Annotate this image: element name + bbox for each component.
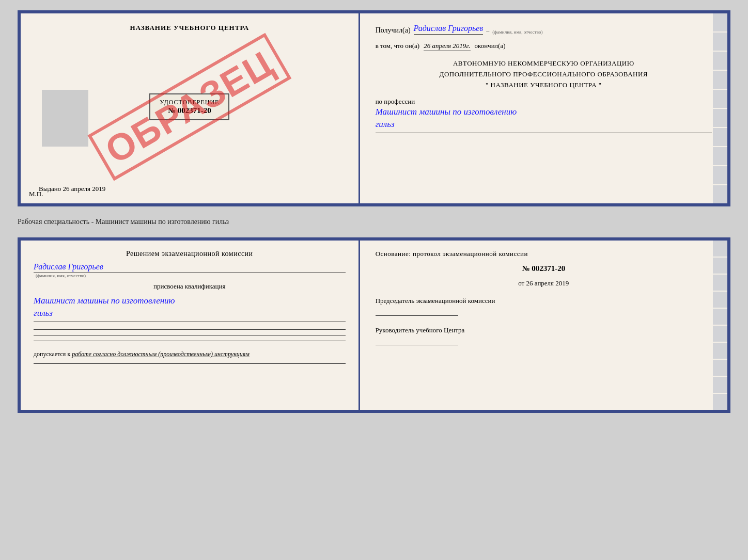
po-professii-label: по профессии (376, 98, 712, 106)
poluchil-label: Получил(а) (376, 26, 411, 35)
strip-b1 (713, 241, 727, 257)
school-name-top: НАЗВАНИЕ УЧЕБНОГО ЦЕНТРА (130, 24, 250, 32)
strip-b9 (713, 377, 727, 393)
udostoverenie-title: УДОСТОВЕРЕНИЕ (160, 99, 219, 106)
dopuskaetsya-underline (34, 363, 346, 364)
poluchil-line: Получил(а) Радислав Григорьев – (фамилия… (376, 24, 712, 35)
dopuskaetsya-line: допускается к работе согласно должностны… (34, 350, 346, 358)
line-2 (34, 335, 346, 335)
strip-1 (713, 13, 727, 31)
komissia-fio-subtitle: (фамилия, имя, отчество) (34, 273, 346, 278)
udostoverenie-number: № 002371-20 (160, 106, 219, 115)
prisvoena-label: присвоена квалификация (34, 282, 346, 291)
vtom-line: в том, что он(а) 26 апреля 2019г. окончи… (376, 42, 712, 51)
strip-4 (713, 71, 727, 89)
strip-2 (713, 33, 727, 51)
vydano-line: Выдано 26 апреля 2019 (34, 185, 105, 193)
strip-3 (713, 52, 727, 70)
predsedatel-label: Председатель экзаменационной комиссии (376, 297, 712, 305)
top-document: НАЗВАНИЕ УЧЕБНОГО ЦЕНТРА УДОСТОВЕРЕНИЕ №… (18, 10, 730, 206)
mp-line: М.П. (29, 190, 43, 198)
org-line2: ДОПОЛНИТЕЛЬНОГО ПРОФЕССИОНАЛЬНОГО ОБРАЗО… (376, 69, 712, 80)
org-school: НАЗВАНИЕ УЧЕБНОГО ЦЕНТРА (491, 81, 597, 89)
strip-b3 (713, 275, 727, 291)
photo-placeholder (42, 90, 88, 147)
top-doc-right-panel: Получил(а) Радислав Григорьев – (фамилия… (360, 13, 727, 203)
okonchil-label: окончил(а) (475, 42, 506, 50)
qual-name: Машинист машины по изготовлению (34, 295, 346, 307)
fio-subtitle-top: (фамилия, имя, отчество) (492, 29, 542, 35)
dopuskaetsya-label: допускается к (34, 350, 70, 358)
komissia-person-name: Радислав Григорьев (34, 262, 346, 273)
qual-name2: гильз (34, 307, 346, 319)
org-quote1: " (486, 81, 489, 89)
vtom-date: 26 апреля 2019г. (424, 42, 470, 51)
org-line1: АВТОНОМНУЮ НЕКОММЕРЧЕСКУЮ ОРГАНИЗАЦИЮ (376, 58, 712, 69)
number-label: № (522, 264, 529, 273)
strip-b7 (713, 343, 727, 359)
vydano-date: 26 апреля 2019 (63, 185, 106, 193)
strip-b5 (713, 309, 727, 325)
poluchil-name: Радислав Григорьев (414, 24, 484, 35)
strip-9 (713, 166, 727, 184)
profession-block: по профессии Машинист машины по изготовл… (376, 98, 712, 133)
org-block: АВТОНОМНУЮ НЕКОММЕРЧЕСКУЮ ОРГАНИЗАЦИЮ ДО… (376, 58, 712, 90)
strip-5 (713, 90, 727, 108)
strip-7 (713, 128, 727, 146)
number-value: 002371-20 (532, 264, 565, 273)
strip-b6 (713, 326, 727, 342)
predsedatel-block: Председатель экзаменационной комиссии (376, 297, 712, 317)
komissia-title: Решением экзаменационной комиссии (34, 250, 346, 258)
strip-10 (713, 185, 727, 203)
rukovoditel-block: Руководитель учебного Центра (376, 326, 712, 346)
udostoverenie-box: УДОСТОВЕРЕНИЕ № 002371-20 (149, 93, 229, 120)
ot-date-line: от 26 апреля 2019 (376, 279, 712, 287)
ot-label: от (518, 279, 524, 287)
strip-8 (713, 147, 727, 165)
rukovoditel-sign-line (376, 345, 458, 345)
strip-b4 (713, 292, 727, 308)
line-1 (34, 329, 346, 330)
strip-b10 (713, 394, 727, 410)
osnovanie-title: Основание: протокол экзаменационной коми… (376, 250, 712, 258)
strip-b2 (713, 258, 727, 274)
org-quote2: " (599, 81, 602, 89)
stamp-area: УДОСТОВЕРЕНИЕ № 002371-20 ОБРАЗЕЦ (34, 37, 346, 177)
right-strips-top (713, 13, 727, 203)
right-strips-bottom (713, 241, 727, 410)
bottom-lines-block (34, 328, 346, 341)
strip-6 (713, 109, 727, 127)
qualification-block: Машинист машины по изготовлению гильз (34, 295, 346, 322)
rukovoditel-label: Руководитель учебного Центра (376, 326, 712, 334)
bottom-document: Решением экзаменационной комиссии Радисл… (18, 237, 730, 413)
org-school-line: " НАЗВАНИЕ УЧЕБНОГО ЦЕНТРА " (376, 80, 712, 91)
bottom-doc-right-panel: Основание: протокол экзаменационной коми… (360, 241, 727, 410)
line-3 (34, 341, 346, 341)
profession-underline (376, 133, 712, 133)
middle-label: Рабочая специальность - Машинист машины … (18, 216, 730, 228)
ot-date-value: 26 апреля 2019 (526, 279, 569, 287)
predsedatel-sign-line (376, 315, 458, 316)
strip-b8 (713, 360, 727, 376)
profession-name2: гильз (376, 118, 712, 131)
protocol-number: № 002371-20 (376, 264, 712, 273)
dopuskaetsya-text: работе согласно должностным (производств… (72, 350, 250, 358)
top-doc-left-panel: НАЗВАНИЕ УЧЕБНОГО ЦЕНТРА УДОСТОВЕРЕНИЕ №… (21, 13, 360, 203)
komissia-person-block: Радислав Григорьев (фамилия, имя, отчест… (34, 262, 346, 278)
bottom-doc-left-panel: Решением экзаменационной комиссии Радисл… (21, 241, 360, 410)
vtom-label: в том, что он(а) (376, 42, 420, 50)
qual-underline (34, 322, 346, 322)
profession-name: Машинист машины по изготовлению (376, 106, 712, 118)
